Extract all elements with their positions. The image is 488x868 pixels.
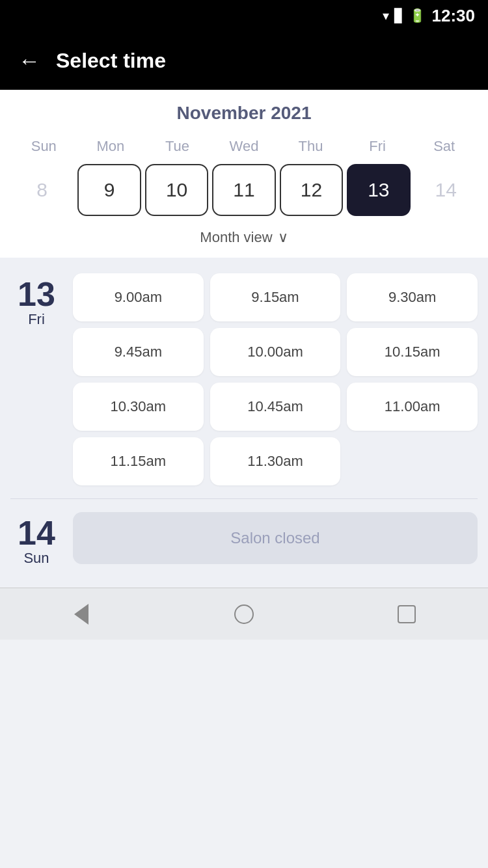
cal-day-8[interactable]: 8: [10, 164, 74, 216]
day-number-14: 14: [18, 516, 55, 550]
time-slot-1015am[interactable]: 10.15am: [347, 328, 478, 376]
back-triangle-icon: [74, 604, 88, 625]
day-name-13: Fri: [28, 311, 45, 328]
time-slot-1115am[interactable]: 11.15am: [73, 437, 204, 485]
time-slot-1130am[interactable]: 11.30am: [210, 437, 341, 485]
signal-icon: ▊: [394, 8, 404, 23]
month-title: November 2021: [10, 103, 478, 124]
bottom-navigation: [0, 588, 488, 640]
back-button[interactable]: ←: [18, 48, 40, 74]
status-icons: ▾ ▊ 🔋: [383, 8, 426, 23]
cal-day-11[interactable]: 11: [212, 164, 275, 216]
day-headers: Sun Mon Tue Wed Thu Fri Sat: [10, 135, 478, 157]
day-group-13: 13 Fri 9.00am 9.15am 9.30am 9.45am 10.00…: [10, 273, 478, 485]
cal-day-12[interactable]: 12: [280, 164, 343, 216]
day-header-mon: Mon: [77, 135, 144, 157]
status-bar: ▾ ▊ 🔋 12:30: [0, 0, 488, 31]
status-time: 12:30: [432, 6, 476, 26]
wifi-icon: ▾: [383, 8, 389, 23]
home-circle-icon: [234, 604, 254, 624]
salon-closed-box: Salon closed: [73, 512, 478, 564]
nav-recent-button[interactable]: [387, 595, 426, 634]
calendar-section: November 2021 Sun Mon Tue Wed Thu Fri Sa…: [0, 90, 488, 258]
day-label-14: 14 Sun: [10, 512, 62, 567]
day-header-thu: Thu: [277, 135, 344, 157]
section-divider: [10, 498, 478, 499]
time-slot-930am[interactable]: 9.30am: [347, 273, 478, 321]
time-slot-945am[interactable]: 9.45am: [73, 328, 204, 376]
day-header-wed: Wed: [211, 135, 278, 157]
month-view-label: Month view: [200, 229, 272, 246]
page-title: Select time: [56, 49, 166, 73]
cal-day-9[interactable]: 9: [77, 164, 141, 216]
time-slot-915am[interactable]: 9.15am: [210, 273, 341, 321]
battery-icon: 🔋: [409, 8, 426, 23]
time-slots-grid-13: 9.00am 9.15am 9.30am 9.45am 10.00am 10.1…: [73, 273, 478, 485]
time-slot-900am[interactable]: 9.00am: [73, 273, 204, 321]
month-view-toggle[interactable]: Month view ∨: [10, 220, 478, 258]
day-label-13: 13 Fri: [10, 273, 62, 485]
time-slot-1045am[interactable]: 10.45am: [210, 383, 341, 431]
calendar-row: 8 9 10 11 12 13 14: [10, 164, 478, 220]
salon-closed-label: Salon closed: [230, 529, 319, 547]
day-header-fri: Fri: [344, 135, 411, 157]
day-number-13: 13: [18, 277, 55, 311]
time-section: 13 Fri 9.00am 9.15am 9.30am 9.45am 10.00…: [0, 258, 488, 588]
time-slot-1000am[interactable]: 10.00am: [210, 328, 341, 376]
recent-square-icon: [398, 605, 416, 623]
day-header-tue: Tue: [144, 135, 211, 157]
nav-back-button[interactable]: [62, 595, 101, 634]
cal-day-14[interactable]: 14: [414, 164, 478, 216]
day-header-sun: Sun: [10, 135, 77, 157]
day-header-sat: Sat: [411, 135, 478, 157]
time-slot-1030am[interactable]: 10.30am: [73, 383, 204, 431]
app-header: ← Select time: [0, 31, 488, 90]
chevron-down-icon: ∨: [278, 229, 288, 246]
cal-day-10[interactable]: 10: [145, 164, 208, 216]
nav-home-button[interactable]: [224, 595, 264, 634]
time-slot-1100am[interactable]: 11.00am: [347, 383, 478, 431]
day-name-14: Sun: [23, 550, 49, 567]
day-group-14: 14 Sun Salon closed: [10, 512, 478, 567]
cal-day-13[interactable]: 13: [347, 164, 410, 216]
